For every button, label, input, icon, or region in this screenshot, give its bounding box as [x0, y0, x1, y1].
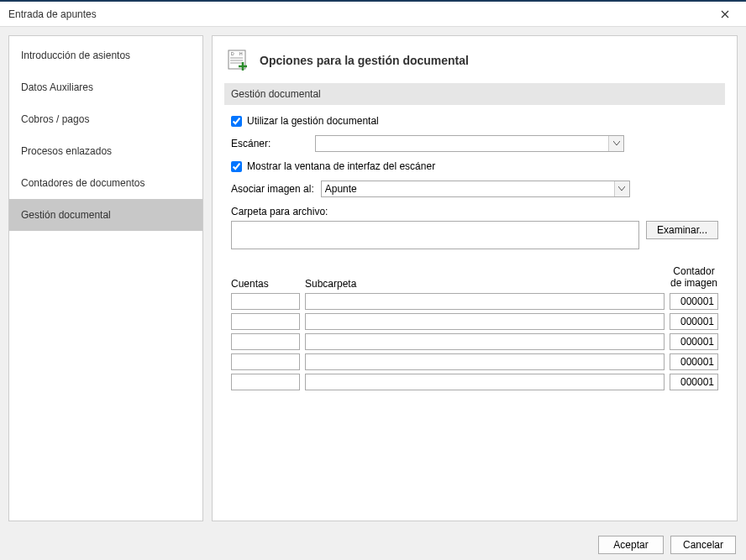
cuenta-input[interactable]: [231, 313, 300, 330]
table-header-row: Cuentas Subcarpeta Contador de imagen: [231, 266, 718, 290]
contador-input[interactable]: [670, 293, 718, 310]
form-body: Utilizar la gestión documental Escáner: …: [224, 115, 725, 394]
accounts-table: Cuentas Subcarpeta Contador de imagen: [231, 266, 718, 390]
main-panel: D H Opciones para la gestión documental …: [212, 35, 738, 521]
table-row: [231, 374, 718, 390]
content-area: Introducción de asientos Datos Auxiliare…: [0, 27, 746, 530]
cuenta-input[interactable]: [231, 333, 300, 350]
subcarpeta-input[interactable]: [305, 374, 665, 390]
subcarpeta-input[interactable]: [305, 293, 665, 310]
table-row: [231, 353, 718, 370]
cancel-button[interactable]: Cancelar: [670, 536, 736, 554]
nav-item-datos-auxiliares[interactable]: Datos Auxiliares: [9, 71, 202, 103]
associate-value: Apunte: [325, 183, 357, 195]
contador-input[interactable]: [670, 333, 718, 350]
accept-button[interactable]: Aceptar: [598, 536, 664, 554]
associate-label: Asociar imagen al:: [231, 183, 314, 195]
th-subcarpeta: Subcarpeta: [305, 278, 665, 290]
associate-dropdown-button[interactable]: [614, 181, 629, 196]
svg-text:H: H: [239, 51, 243, 56]
close-button[interactable]: [712, 2, 738, 27]
use-doc-mgmt-row: Utilizar la gestión documental: [231, 115, 718, 127]
chevron-down-icon: [613, 141, 620, 146]
contador-input[interactable]: [670, 313, 718, 330]
contador-input[interactable]: [670, 353, 718, 370]
table-row: [231, 293, 718, 310]
scanner-dropdown-button[interactable]: [608, 136, 623, 151]
subcarpeta-input[interactable]: [305, 353, 665, 370]
browse-button[interactable]: Examinar...: [646, 221, 718, 239]
th-contador: Contador de imagen: [670, 266, 718, 290]
table-row: [231, 313, 718, 330]
chevron-down-icon: [618, 186, 625, 191]
table-row: [231, 333, 718, 350]
section-header: Gestión documental: [224, 83, 725, 105]
contador-input[interactable]: [670, 374, 718, 390]
nav-item-gestion-documental[interactable]: Gestión documental: [9, 199, 202, 231]
th-cuentas: Cuentas: [231, 278, 300, 290]
nav-item-introduccion-asientos[interactable]: Introducción de asientos: [9, 39, 202, 71]
cuenta-input[interactable]: [231, 374, 300, 390]
scanner-dropdown[interactable]: [315, 135, 624, 152]
associate-dropdown[interactable]: Apunte: [321, 181, 630, 197]
folder-row: Examinar...: [231, 221, 718, 249]
show-scanner-ui-label: Mostrar la ventana de interfaz del escán…: [247, 160, 435, 172]
cuenta-input[interactable]: [231, 293, 300, 310]
nav-panel: Introducción de asientos Datos Auxiliare…: [8, 35, 203, 521]
use-doc-mgmt-label: Utilizar la gestión documental: [247, 115, 379, 127]
window-title: Entrada de apuntes: [8, 8, 712, 20]
use-doc-mgmt-checkbox[interactable]: [231, 116, 242, 127]
folder-input[interactable]: [231, 221, 639, 249]
panel-title: Opciones para la gestión documental: [260, 54, 469, 67]
dialog-footer: Aceptar Cancelar: [0, 530, 746, 560]
subcarpeta-input[interactable]: [305, 313, 665, 330]
scanner-label: Escáner:: [231, 138, 308, 149]
titlebar: Entrada de apuntes: [0, 2, 746, 27]
subcarpeta-input[interactable]: [305, 333, 665, 350]
nav-item-cobros-pagos[interactable]: Cobros / pagos: [9, 103, 202, 135]
document-options-icon: D H: [228, 50, 250, 71]
nav-item-contadores-documentos[interactable]: Contadores de documentos: [9, 167, 202, 199]
show-scanner-ui-row: Mostrar la ventana de interfaz del escán…: [231, 160, 718, 172]
nav-item-procesos-enlazados[interactable]: Procesos enlazados: [9, 135, 202, 167]
close-icon: [721, 10, 729, 18]
scanner-row: Escáner:: [231, 135, 718, 152]
show-scanner-ui-checkbox[interactable]: [231, 161, 242, 172]
folder-label: Carpeta para archivo:: [231, 206, 718, 217]
panel-header: D H Opciones para la gestión documental: [224, 48, 725, 83]
associate-row: Asociar imagen al: Apunte: [231, 181, 718, 197]
svg-text:D: D: [231, 51, 234, 56]
cuenta-input[interactable]: [231, 353, 300, 370]
dialog-window: Entrada de apuntes Introducción de asien…: [0, 0, 746, 560]
